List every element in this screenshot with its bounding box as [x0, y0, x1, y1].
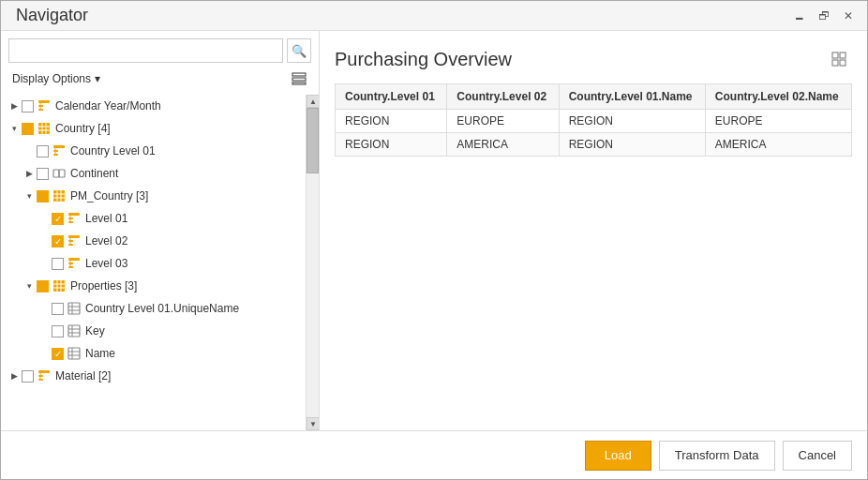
- svg-rect-9: [38, 123, 50, 134]
- scroll-up-button[interactable]: ▲: [307, 95, 319, 108]
- table-col-icon: [67, 302, 81, 315]
- tree-item-label-country-unique: Country Level 01.UniqueName: [85, 302, 239, 315]
- tree-item-label-level03: Level 03: [85, 257, 127, 270]
- window-title: Navigator: [16, 6, 88, 25]
- title-bar-left: Navigator: [8, 6, 88, 25]
- checkbox-level03[interactable]: [52, 258, 64, 270]
- scrollbar-thumb[interactable]: [307, 108, 319, 173]
- svg-rect-3: [38, 100, 50, 103]
- checkbox-level02[interactable]: ✓: [52, 235, 64, 248]
- table-group2-icon: [52, 189, 66, 202]
- scroll-down-button[interactable]: ▼: [307, 417, 319, 430]
- load-button[interactable]: Load: [585, 441, 651, 471]
- checkbox-material[interactable]: [22, 370, 34, 382]
- tree-item-level02[interactable]: ✓ Level 02: [5, 230, 319, 252]
- tree-item-label-continent: Continent: [70, 167, 118, 180]
- expand-icon-level03: [38, 258, 50, 269]
- node-icon-country: [37, 121, 52, 136]
- bottom-bar: Load Transform Data Cancel: [1, 430, 867, 479]
- minimize-button[interactable]: 🗕: [788, 5, 811, 27]
- tree-item-country-unique[interactable]: Country Level 01.UniqueName: [5, 297, 319, 320]
- col-header-1: Country.Level 02: [447, 84, 559, 110]
- properties-icon: [52, 279, 66, 292]
- cell-0-0: REGION: [336, 110, 447, 133]
- svg-rect-27: [68, 213, 80, 216]
- tree-item-pm-country[interactable]: ▾ PM_Country [3]: [5, 185, 319, 207]
- node-icon-level03: [67, 256, 82, 271]
- tree-item-level03[interactable]: Level 03: [5, 252, 319, 275]
- cell-0-3: EUROPE: [705, 110, 851, 133]
- table-header: Country.Level 01 Country.Level 02 Countr…: [336, 84, 852, 110]
- scrollbar-track: ▲ ▼: [306, 95, 319, 430]
- title-bar: Navigator 🗕 🗗 ✕: [1, 1, 867, 31]
- expand-icon-properties: ▾: [23, 280, 35, 292]
- checkbox-pm-country[interactable]: [37, 190, 49, 202]
- tree-item-country[interactable]: ▾ Country [4]: [5, 117, 319, 140]
- svg-rect-62: [38, 370, 50, 373]
- hierarchy-l3-icon: [67, 257, 81, 270]
- left-panel: 🔍 Display Options ▾: [1, 31, 320, 430]
- tree-item-name[interactable]: ✓ Name: [5, 342, 319, 365]
- tree-item-label-material: Material [2]: [55, 369, 111, 382]
- tree-item-label-country-level01: Country Level 01: [70, 144, 156, 158]
- cancel-button[interactable]: Cancel: [783, 441, 852, 471]
- search-input[interactable]: [8, 38, 283, 63]
- title-controls: 🗕 🗗 ✕: [788, 5, 860, 27]
- tree-item-label-level02: Level 02: [85, 234, 127, 248]
- hierarchy-l1-icon: [67, 212, 81, 225]
- checkbox-key[interactable]: [52, 325, 64, 338]
- material-icon: [37, 369, 51, 382]
- action-button[interactable]: [287, 68, 311, 89]
- node-icon-name: [67, 346, 82, 361]
- search-button[interactable]: 🔍: [287, 38, 311, 63]
- data-table: Country.Level 01 Country.Level 02 Countr…: [335, 83, 852, 157]
- tree-item-label-country: Country [4]: [55, 122, 111, 135]
- close-button[interactable]: ✕: [837, 5, 860, 27]
- svg-rect-0: [292, 73, 306, 76]
- svg-rect-14: [53, 145, 65, 148]
- tree-item-label-calendar: Calendar Year/Month: [55, 99, 161, 112]
- display-options-label: Display Options: [12, 72, 91, 85]
- svg-rect-20: [53, 170, 59, 177]
- tree-item-material[interactable]: ▶ Material [2]: [5, 365, 319, 387]
- tree-item-continent[interactable]: ▶ Continent: [5, 162, 319, 185]
- checkbox-properties[interactable]: [37, 280, 49, 292]
- expand-icon-continent: ▶: [23, 168, 35, 179]
- tree-item-level01[interactable]: ✓ Level 01: [5, 207, 319, 230]
- hierarchy-level-icon: [52, 144, 66, 158]
- table-header-row: Country.Level 01 Country.Level 02 Countr…: [336, 84, 852, 110]
- checkbox-calendar[interactable]: [22, 100, 34, 112]
- display-options-button[interactable]: Display Options ▾: [8, 70, 104, 87]
- tree-item-properties[interactable]: ▾ Properties [3]: [5, 275, 319, 297]
- svg-rect-1: [292, 78, 306, 81]
- checkbox-continent[interactable]: [37, 168, 49, 180]
- checkbox-country[interactable]: [22, 123, 34, 135]
- svg-rect-2: [292, 82, 306, 84]
- checkbox-country-level01[interactable]: [37, 145, 49, 158]
- transform-data-button[interactable]: Transform Data: [659, 441, 775, 471]
- preview-title: Purchasing Overview: [335, 49, 512, 70]
- name-icon: [67, 347, 81, 360]
- cell-1-0: REGION: [336, 133, 447, 157]
- node-icon-country-unique: [67, 301, 82, 316]
- tree-item-label-key: Key: [85, 324, 105, 338]
- tree-item-key[interactable]: Key: [5, 320, 319, 342]
- checkbox-country-unique[interactable]: [52, 303, 64, 315]
- tree-item-calendar[interactable]: ▶ Calendar Year/M: [5, 95, 319, 117]
- tree-item-country-level01[interactable]: Country Level 01: [5, 140, 319, 162]
- node-icon-pm-country: [52, 188, 67, 203]
- tree-item-label-name: Name: [85, 347, 115, 360]
- svg-rect-45: [53, 280, 65, 292]
- key-icon: [67, 324, 81, 338]
- cell-1-1: AMERICA: [447, 133, 559, 157]
- checkbox-name[interactable]: ✓: [52, 348, 64, 360]
- preview-header: Purchasing Overview: [335, 46, 852, 72]
- group2-icon: [52, 167, 66, 180]
- restore-button[interactable]: 🗗: [813, 5, 835, 27]
- tree-container[interactable]: ▶ Calendar Year/M: [1, 95, 319, 430]
- display-options-arrow-icon: ▾: [95, 72, 100, 85]
- cell-1-2: REGION: [559, 133, 705, 157]
- checkbox-level01[interactable]: ✓: [52, 213, 64, 225]
- preview-action-button[interactable]: [826, 46, 852, 72]
- hierarchy-icon: [37, 99, 51, 112]
